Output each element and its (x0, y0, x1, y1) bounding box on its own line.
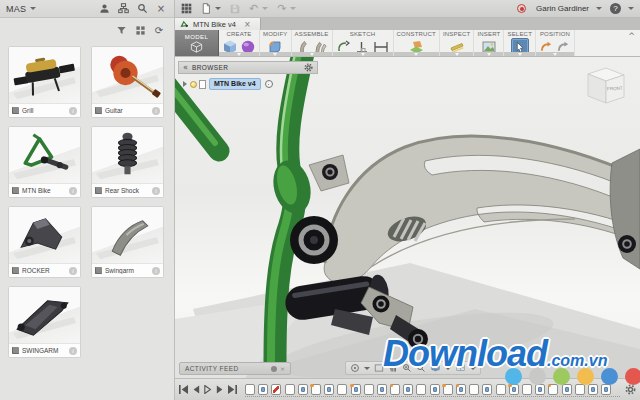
ribbon-group-insert[interactable]: INSERT (474, 30, 504, 56)
expand-node-icon[interactable] (183, 81, 187, 87)
card-mtn-bike[interactable]: MTN Bike i (8, 126, 81, 198)
activate-component-icon[interactable] (265, 80, 273, 88)
people-icon[interactable] (97, 2, 111, 16)
timeline-feature-icon[interactable] (337, 384, 347, 395)
timeline-feature-icon[interactable] (285, 384, 295, 395)
info-icon[interactable]: i (152, 187, 160, 195)
sketch-dimension-icon[interactable] (372, 39, 390, 55)
timeline-feature-icon[interactable] (482, 384, 492, 395)
close-panel-icon[interactable]: × (154, 2, 168, 16)
info-icon[interactable]: i (69, 347, 77, 355)
live-record-icon[interactable] (517, 4, 526, 13)
timeline-feature-icon[interactable] (403, 384, 413, 395)
look-at-icon[interactable] (374, 363, 384, 373)
card-rocker[interactable]: ROCKER i (8, 206, 81, 278)
browser-root-item[interactable]: MTN Bike v4 (209, 78, 261, 90)
create-sphere-icon[interactable] (240, 39, 256, 55)
info-icon[interactable]: i (69, 187, 77, 195)
ribbon-collapse-icon[interactable]: ^ (623, 30, 640, 43)
display-settings-icon[interactable] (430, 363, 451, 373)
timeline-settings-gear-icon[interactable] (625, 384, 636, 395)
info-icon[interactable]: i (152, 107, 160, 115)
timeline-feature-icon[interactable] (390, 384, 400, 395)
zoom-window-icon[interactable] (416, 363, 426, 373)
timeline-feature-icon[interactable] (522, 384, 532, 395)
sketch-spline-icon[interactable] (336, 39, 352, 55)
hierarchy-icon[interactable] (116, 2, 130, 16)
project-caret-icon[interactable] (30, 7, 36, 10)
timeline-feature-icon[interactable] (245, 384, 255, 395)
timeline-feature-icon[interactable] (575, 384, 585, 395)
help-caret-icon[interactable] (628, 7, 634, 10)
info-icon[interactable]: i (152, 267, 160, 275)
play-back-icon[interactable] (204, 385, 212, 394)
timeline-feature-icon[interactable] (258, 384, 268, 395)
user-menu-caret-icon[interactable] (596, 7, 602, 10)
timeline-track[interactable] (245, 382, 620, 397)
model-canvas[interactable]: « BROWSER MTN Bike v4 (175, 57, 640, 378)
ribbon-group-assemble[interactable]: ASSEMBLE (292, 30, 333, 56)
save-icon[interactable] (230, 4, 240, 14)
file-menu-icon[interactable] (201, 3, 221, 14)
assemble-asbuilt-joint-icon[interactable] (313, 39, 328, 55)
position-revert-icon[interactable] (556, 39, 571, 55)
activity-feed-close-icon[interactable]: × (280, 365, 285, 372)
ribbon-group-modify[interactable]: MODIFY (260, 30, 292, 56)
assemble-joint-icon[interactable] (296, 39, 311, 55)
timeline-feature-icon[interactable] (588, 384, 598, 395)
info-icon[interactable]: i (69, 107, 77, 115)
card-swingarm[interactable]: Swingarm i (91, 206, 164, 278)
activity-feed-status-icon[interactable] (271, 366, 277, 372)
visibility-bulb-icon[interactable] (190, 81, 197, 88)
skip-to-end-icon[interactable] (228, 385, 237, 394)
position-move-icon[interactable] (539, 39, 554, 55)
timeline-feature-icon[interactable] (562, 384, 572, 395)
timeline-feature-icon[interactable] (469, 384, 479, 395)
activity-feed-bar[interactable]: ACTIVITY FEED × (179, 362, 291, 375)
ribbon-group-select[interactable]: SELECT (504, 30, 536, 56)
timeline-feature-icon[interactable] (509, 384, 519, 395)
timeline-feature-icon[interactable] (364, 384, 374, 395)
project-title[interactable]: MAS (6, 4, 26, 14)
timeline-feature-icon[interactable] (311, 384, 321, 395)
card-rear-shock[interactable]: Rear Shock i (91, 126, 164, 198)
help-icon[interactable]: ? (610, 3, 621, 14)
view-cube[interactable]: FRONT (578, 60, 630, 110)
timeline-feature-icon[interactable] (377, 384, 387, 395)
ribbon-group-inspect[interactable]: INSPECT (440, 30, 474, 56)
timeline-feature-icon[interactable] (548, 384, 558, 395)
timeline-feature-icon[interactable] (430, 384, 440, 395)
skip-to-start-icon[interactable] (179, 385, 188, 394)
grid-view-icon[interactable] (133, 23, 147, 37)
info-icon[interactable]: i (69, 267, 77, 275)
timeline-feature-icon[interactable] (351, 384, 361, 395)
user-name[interactable]: Garin Gardiner (536, 4, 589, 13)
zoom-in-icon[interactable] (402, 363, 412, 373)
timeline-feature-icon[interactable] (416, 384, 426, 395)
refresh-icon[interactable]: ⟳ (152, 23, 166, 37)
tab-mtn-bike-v4[interactable]: MTN Bike v4 × (175, 18, 261, 30)
app-grid-icon[interactable] (181, 3, 192, 14)
filter-icon[interactable] (114, 23, 128, 37)
3d-model-viewport[interactable] (175, 57, 640, 378)
ribbon-group-position[interactable]: POSITION (536, 30, 575, 56)
card-grill[interactable]: Grill i (8, 46, 81, 118)
timeline-feature-icon[interactable] (271, 384, 281, 395)
timeline-feature-icon[interactable] (298, 384, 308, 395)
tab-close-icon[interactable]: × (244, 20, 251, 29)
step-back-icon[interactable] (192, 385, 200, 394)
timeline-feature-icon[interactable] (496, 384, 506, 395)
timeline-feature-icon[interactable] (324, 384, 334, 395)
step-forward-icon[interactable] (216, 385, 224, 394)
search-icon[interactable] (135, 2, 149, 16)
timeline-feature-icon[interactable] (601, 384, 611, 395)
ribbon-group-sketch[interactable]: SKETCH (333, 30, 394, 56)
timeline-feature-icon[interactable] (535, 384, 545, 395)
timeline-feature-icon[interactable] (443, 384, 453, 395)
pan-icon[interactable] (388, 363, 398, 373)
card-swingarm-2[interactable]: SWINGARM i (8, 286, 81, 358)
undo-icon[interactable]: ↶ (249, 2, 268, 15)
ribbon-group-construct[interactable]: CONSTRUCT (394, 30, 440, 56)
orbit-icon[interactable] (350, 363, 370, 373)
ribbon-group-create[interactable]: CREATE (219, 30, 260, 56)
